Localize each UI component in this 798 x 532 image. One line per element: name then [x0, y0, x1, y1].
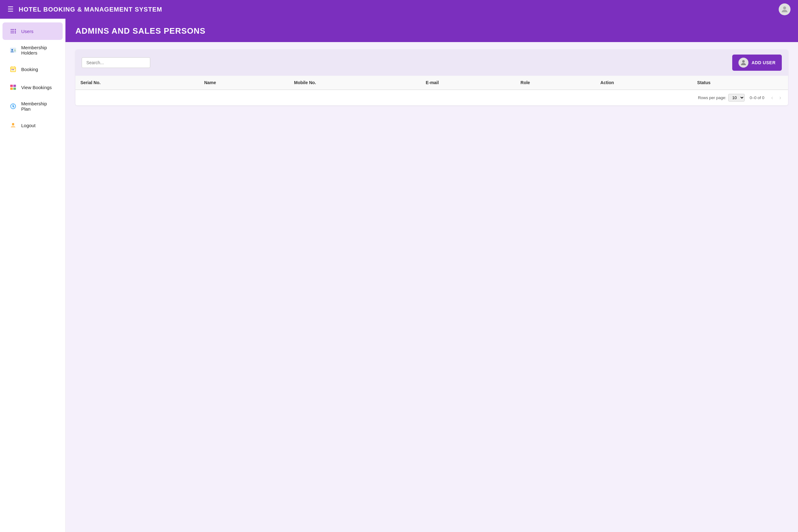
page-info: 0–0 of 0 — [750, 95, 764, 100]
svg-point-0 — [783, 6, 786, 10]
sidebar-item-view-bookings[interactable]: View Bookings — [2, 78, 63, 96]
svg-rect-15 — [13, 69, 14, 70]
add-user-button[interactable]: ADD USER — [732, 55, 782, 71]
col-email: E-mail — [421, 76, 516, 90]
svg-rect-16 — [10, 85, 13, 87]
sidebar-item-logout[interactable]: Logout — [2, 117, 63, 134]
sidebar-item-users-label: Users — [21, 29, 33, 34]
col-role: Role — [516, 76, 595, 90]
users-icon — [9, 27, 17, 36]
search-input[interactable] — [82, 57, 150, 68]
sidebar-item-logout-label: Logout — [21, 123, 36, 128]
rows-per-page-control: Rows per page: 10 25 50 — [698, 94, 745, 101]
layout: Users Membership Holders — [0, 19, 798, 532]
table-card: ADD USER Serial No. Name Mobile No. E-ma… — [75, 50, 788, 105]
page-title: ADMINS AND SALES PERSONS — [75, 26, 788, 36]
view-bookings-icon — [9, 83, 17, 92]
sidebar-item-view-bookings-label: View Bookings — [21, 85, 52, 90]
table-toolbar: ADD USER — [75, 50, 788, 76]
sidebar-item-membership-holders[interactable]: Membership Holders — [2, 40, 63, 60]
add-user-avatar — [739, 58, 748, 68]
svg-point-5 — [15, 31, 16, 32]
svg-point-6 — [15, 33, 16, 34]
next-page-button[interactable]: › — [777, 94, 783, 101]
page-header: ADMINS AND SALES PERSONS — [65, 19, 798, 42]
col-action: Action — [595, 76, 692, 90]
topbar: ☰ HOTEL BOOKING & MANAGEMENT SYSTEM — [0, 0, 798, 19]
col-mobile: Mobile No. — [289, 76, 420, 90]
add-user-avatar-icon — [740, 59, 747, 66]
sidebar-item-booking-label: Booking — [21, 67, 38, 72]
svg-rect-17 — [14, 85, 16, 87]
svg-point-21 — [13, 106, 14, 107]
page-nav: ‹ › — [769, 94, 783, 101]
rows-per-page-label: Rows per page: — [698, 95, 726, 100]
hamburger-button[interactable]: ☰ — [7, 5, 14, 13]
svg-point-4 — [15, 29, 16, 30]
table-header: Serial No. Name Mobile No. E-mail Role A… — [75, 76, 788, 90]
sidebar-item-booking[interactable]: Booking — [2, 60, 63, 78]
col-status: Status — [692, 76, 788, 90]
svg-point-9 — [14, 49, 16, 50]
pagination: Rows per page: 10 25 50 0–0 of 0 ‹ › — [75, 90, 788, 105]
prev-page-button[interactable]: ‹ — [769, 94, 775, 101]
main-content: ADD USER Serial No. Name Mobile No. E-ma… — [65, 42, 798, 113]
sidebar-item-membership-holders-label: Membership Holders — [21, 45, 56, 56]
main-area: ADMINS AND SALES PERSONS ADD USER — [65, 19, 798, 532]
sidebar-item-users[interactable]: Users — [2, 22, 63, 40]
avatar-icon — [780, 5, 789, 14]
col-serial: Serial No. — [75, 76, 199, 90]
booking-icon — [9, 65, 17, 74]
add-user-label: ADD USER — [752, 60, 776, 65]
logout-icon — [9, 121, 17, 130]
col-name: Name — [199, 76, 289, 90]
sidebar-item-membership-plan-label: Membership Plan — [21, 101, 56, 112]
users-table: Serial No. Name Mobile No. E-mail Role A… — [75, 76, 788, 90]
user-avatar[interactable] — [779, 3, 791, 15]
sidebar: Users Membership Holders — [0, 19, 65, 532]
app-title: HOTEL BOOKING & MANAGEMENT SYSTEM — [19, 6, 779, 13]
svg-point-8 — [12, 49, 13, 51]
rows-per-page-select[interactable]: 10 25 50 — [728, 94, 745, 101]
svg-point-22 — [12, 123, 14, 125]
table-header-row: Serial No. Name Mobile No. E-mail Role A… — [75, 76, 788, 90]
svg-rect-19 — [14, 88, 16, 90]
membership-holders-icon — [9, 46, 17, 55]
svg-rect-18 — [10, 88, 13, 90]
sidebar-item-membership-plan[interactable]: Membership Plan — [2, 97, 63, 116]
svg-point-23 — [742, 60, 745, 63]
svg-rect-14 — [12, 69, 13, 70]
membership-plan-icon — [9, 102, 17, 111]
